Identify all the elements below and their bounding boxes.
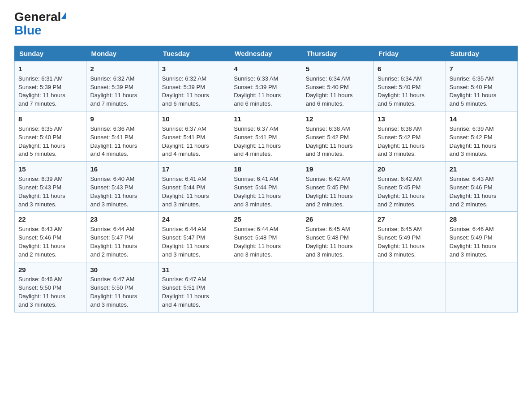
calendar-cell: 23Sunrise: 6:44 AMSunset: 5:47 PMDayligh… xyxy=(86,212,158,262)
calendar-cell: 19Sunrise: 6:42 AMSunset: 5:45 PMDayligh… xyxy=(302,162,373,212)
calendar-week-row: 15Sunrise: 6:39 AMSunset: 5:43 PMDayligh… xyxy=(15,162,518,212)
day-info: Sunrise: 6:41 AMSunset: 5:44 PMDaylight:… xyxy=(162,176,209,208)
day-number: 9 xyxy=(90,114,154,124)
day-number: 27 xyxy=(378,214,442,224)
day-info: Sunrise: 6:34 AMSunset: 5:40 PMDaylight:… xyxy=(378,75,425,107)
calendar-week-row: 8Sunrise: 6:35 AMSunset: 5:40 PMDaylight… xyxy=(15,111,518,162)
day-info: Sunrise: 6:36 AMSunset: 5:41 PMDaylight:… xyxy=(90,125,137,158)
day-number: 30 xyxy=(90,265,154,275)
calendar-cell xyxy=(230,262,302,312)
calendar-cell: 13Sunrise: 6:38 AMSunset: 5:42 PMDayligh… xyxy=(374,111,446,162)
day-info: Sunrise: 6:39 AMSunset: 5:43 PMDaylight:… xyxy=(18,176,65,208)
day-info: Sunrise: 6:42 AMSunset: 5:45 PMDaylight:… xyxy=(306,176,353,208)
calendar-cell: 21Sunrise: 6:43 AMSunset: 5:46 PMDayligh… xyxy=(446,162,517,212)
col-header-monday: Monday xyxy=(86,46,158,61)
day-number: 19 xyxy=(306,164,370,174)
day-info: Sunrise: 6:35 AMSunset: 5:40 PMDaylight:… xyxy=(450,75,497,107)
day-number: 11 xyxy=(234,114,298,124)
calendar-cell: 14Sunrise: 6:39 AMSunset: 5:42 PMDayligh… xyxy=(446,111,517,162)
calendar-cell: 1Sunrise: 6:31 AMSunset: 5:39 PMDaylight… xyxy=(15,61,86,111)
day-info: Sunrise: 6:43 AMSunset: 5:46 PMDaylight:… xyxy=(18,226,65,258)
calendar-cell xyxy=(446,262,517,312)
day-info: Sunrise: 6:34 AMSunset: 5:40 PMDaylight:… xyxy=(306,75,353,107)
calendar-cell: 28Sunrise: 6:46 AMSunset: 5:49 PMDayligh… xyxy=(446,212,517,262)
day-info: Sunrise: 6:44 AMSunset: 5:47 PMDaylight:… xyxy=(90,226,137,258)
logo-blue: Blue xyxy=(14,23,42,38)
calendar-cell: 7Sunrise: 6:35 AMSunset: 5:40 PMDaylight… xyxy=(446,61,517,111)
day-number: 14 xyxy=(450,114,514,124)
day-number: 10 xyxy=(162,114,226,124)
day-number: 25 xyxy=(234,214,298,224)
day-number: 22 xyxy=(18,214,82,224)
calendar-cell: 29Sunrise: 6:46 AMSunset: 5:50 PMDayligh… xyxy=(15,262,86,312)
day-info: Sunrise: 6:32 AMSunset: 5:39 PMDaylight:… xyxy=(162,75,209,107)
day-info: Sunrise: 6:33 AMSunset: 5:39 PMDaylight:… xyxy=(234,75,281,107)
day-number: 26 xyxy=(306,214,370,224)
calendar-cell: 8Sunrise: 6:35 AMSunset: 5:40 PMDaylight… xyxy=(15,111,86,162)
day-info: Sunrise: 6:32 AMSunset: 5:39 PMDaylight:… xyxy=(90,75,137,107)
calendar-cell: 5Sunrise: 6:34 AMSunset: 5:40 PMDaylight… xyxy=(302,61,373,111)
day-number: 18 xyxy=(234,164,298,174)
day-info: Sunrise: 6:40 AMSunset: 5:43 PMDaylight:… xyxy=(90,176,137,208)
calendar-cell: 2Sunrise: 6:32 AMSunset: 5:39 PMDaylight… xyxy=(86,61,158,111)
day-info: Sunrise: 6:47 AMSunset: 5:51 PMDaylight:… xyxy=(162,276,209,308)
day-number: 8 xyxy=(18,114,82,124)
col-header-wednesday: Wednesday xyxy=(230,46,302,61)
day-info: Sunrise: 6:45 AMSunset: 5:48 PMDaylight:… xyxy=(306,226,353,258)
col-header-thursday: Thursday xyxy=(302,46,373,61)
day-info: Sunrise: 6:44 AMSunset: 5:47 PMDaylight:… xyxy=(162,226,209,258)
day-info: Sunrise: 6:37 AMSunset: 5:41 PMDaylight:… xyxy=(234,125,281,158)
calendar-cell: 31Sunrise: 6:47 AMSunset: 5:51 PMDayligh… xyxy=(158,262,230,312)
day-info: Sunrise: 6:38 AMSunset: 5:42 PMDaylight:… xyxy=(378,125,425,158)
day-info: Sunrise: 6:35 AMSunset: 5:40 PMDaylight:… xyxy=(18,125,65,158)
calendar-cell: 27Sunrise: 6:45 AMSunset: 5:49 PMDayligh… xyxy=(374,212,446,262)
col-header-sunday: Sunday xyxy=(15,46,86,61)
day-number: 13 xyxy=(378,114,442,124)
calendar-week-row: 22Sunrise: 6:43 AMSunset: 5:46 PMDayligh… xyxy=(15,212,518,262)
day-info: Sunrise: 6:44 AMSunset: 5:48 PMDaylight:… xyxy=(234,226,281,258)
day-number: 24 xyxy=(162,214,226,224)
calendar-cell: 16Sunrise: 6:40 AMSunset: 5:43 PMDayligh… xyxy=(86,162,158,212)
calendar-cell: 10Sunrise: 6:37 AMSunset: 5:41 PMDayligh… xyxy=(158,111,230,162)
day-number: 28 xyxy=(450,214,514,224)
day-info: Sunrise: 6:31 AMSunset: 5:39 PMDaylight:… xyxy=(18,75,65,107)
day-number: 31 xyxy=(162,265,226,275)
calendar-cell: 15Sunrise: 6:39 AMSunset: 5:43 PMDayligh… xyxy=(15,162,86,212)
day-number: 15 xyxy=(18,164,82,174)
day-number: 7 xyxy=(450,64,514,74)
day-number: 5 xyxy=(306,64,370,74)
day-info: Sunrise: 6:41 AMSunset: 5:44 PMDaylight:… xyxy=(234,176,281,208)
calendar-cell: 24Sunrise: 6:44 AMSunset: 5:47 PMDayligh… xyxy=(158,212,230,262)
day-number: 23 xyxy=(90,214,154,224)
logo: General Blue xyxy=(14,11,66,38)
col-header-friday: Friday xyxy=(374,46,446,61)
calendar-cell: 12Sunrise: 6:38 AMSunset: 5:42 PMDayligh… xyxy=(302,111,373,162)
calendar-header-row: SundayMondayTuesdayWednesdayThursdayFrid… xyxy=(15,46,518,61)
day-number: 1 xyxy=(18,64,82,74)
calendar-week-row: 1Sunrise: 6:31 AMSunset: 5:39 PMDaylight… xyxy=(15,61,518,111)
calendar-cell xyxy=(302,262,373,312)
logo-general: General xyxy=(14,11,61,23)
day-info: Sunrise: 6:43 AMSunset: 5:46 PMDaylight:… xyxy=(450,176,497,208)
day-info: Sunrise: 6:37 AMSunset: 5:41 PMDaylight:… xyxy=(162,125,209,158)
calendar-cell: 11Sunrise: 6:37 AMSunset: 5:41 PMDayligh… xyxy=(230,111,302,162)
col-header-saturday: Saturday xyxy=(446,46,517,61)
page-header: General Blue xyxy=(14,11,518,38)
day-info: Sunrise: 6:46 AMSunset: 5:49 PMDaylight:… xyxy=(450,226,497,258)
calendar-cell: 18Sunrise: 6:41 AMSunset: 5:44 PMDayligh… xyxy=(230,162,302,212)
calendar-cell: 9Sunrise: 6:36 AMSunset: 5:41 PMDaylight… xyxy=(86,111,158,162)
day-info: Sunrise: 6:46 AMSunset: 5:50 PMDaylight:… xyxy=(18,276,65,308)
day-number: 17 xyxy=(162,164,226,174)
day-number: 12 xyxy=(306,114,370,124)
day-number: 3 xyxy=(162,64,226,74)
calendar-week-row: 29Sunrise: 6:46 AMSunset: 5:50 PMDayligh… xyxy=(15,262,518,312)
calendar-cell xyxy=(374,262,446,312)
calendar-cell: 26Sunrise: 6:45 AMSunset: 5:48 PMDayligh… xyxy=(302,212,373,262)
day-number: 4 xyxy=(234,64,298,74)
day-info: Sunrise: 6:47 AMSunset: 5:50 PMDaylight:… xyxy=(90,276,137,308)
day-number: 21 xyxy=(450,164,514,174)
logo-triangle-icon xyxy=(61,12,66,19)
calendar-cell: 30Sunrise: 6:47 AMSunset: 5:50 PMDayligh… xyxy=(86,262,158,312)
calendar-cell: 25Sunrise: 6:44 AMSunset: 5:48 PMDayligh… xyxy=(230,212,302,262)
day-number: 6 xyxy=(378,64,442,74)
